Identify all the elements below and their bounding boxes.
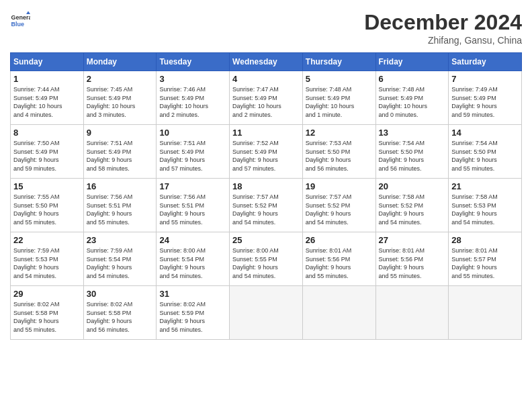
page-header: General Blue December 2024 Zhifang, Gans… — [10, 10, 522, 46]
calendar-cell: 4Sunrise: 7:47 AM Sunset: 5:49 PM Daylig… — [230, 71, 303, 125]
calendar-cell: 23Sunrise: 7:59 AM Sunset: 5:54 PM Dayli… — [83, 232, 157, 286]
day-info: Sunrise: 7:59 AM Sunset: 5:54 PM Dayligh… — [87, 246, 154, 280]
day-info: Sunrise: 7:50 AM Sunset: 5:49 PM Dayligh… — [13, 139, 81, 173]
day-info: Sunrise: 7:59 AM Sunset: 5:53 PM Dayligh… — [13, 246, 81, 280]
calendar-cell: 6Sunrise: 7:48 AM Sunset: 5:49 PM Daylig… — [375, 71, 449, 125]
calendar-cell — [230, 286, 303, 340]
weekday-header-row: SundayMondayTuesdayWednesdayThursdayFrid… — [11, 53, 522, 71]
day-number: 26 — [306, 235, 373, 245]
day-number: 30 — [87, 289, 154, 299]
logo-icon: General Blue — [10, 10, 30, 30]
logo: General Blue — [10, 10, 30, 30]
day-number: 8 — [13, 128, 81, 138]
day-number: 1 — [13, 74, 81, 84]
calendar-cell: 22Sunrise: 7:59 AM Sunset: 5:53 PM Dayli… — [11, 232, 84, 286]
month-title: December 2024 — [364, 10, 522, 35]
day-number: 17 — [159, 181, 226, 191]
day-info: Sunrise: 7:56 AM Sunset: 5:51 PM Dayligh… — [87, 193, 154, 226]
calendar-cell: 30Sunrise: 8:02 AM Sunset: 5:58 PM Dayli… — [83, 286, 157, 340]
day-number: 13 — [379, 128, 446, 138]
day-number: 6 — [379, 74, 446, 84]
day-number: 24 — [159, 235, 226, 245]
day-info: Sunrise: 7:44 AM Sunset: 5:49 PM Dayligh… — [13, 85, 81, 119]
day-info: Sunrise: 8:01 AM Sunset: 5:57 PM Dayligh… — [451, 246, 519, 280]
location: Zhifang, Gansu, China — [364, 35, 522, 46]
calendar-cell: 1Sunrise: 7:44 AM Sunset: 5:49 PM Daylig… — [11, 71, 84, 125]
week-row-3: 15Sunrise: 7:55 AM Sunset: 5:50 PM Dayli… — [11, 179, 522, 232]
day-info: Sunrise: 7:51 AM Sunset: 5:49 PM Dayligh… — [159, 139, 226, 173]
calendar-cell: 19Sunrise: 7:57 AM Sunset: 5:52 PM Dayli… — [302, 179, 375, 232]
day-number: 4 — [232, 74, 300, 84]
day-info: Sunrise: 7:48 AM Sunset: 5:49 PM Dayligh… — [306, 85, 373, 119]
day-number: 12 — [306, 128, 373, 138]
day-number: 2 — [87, 74, 154, 84]
day-info: Sunrise: 7:58 AM Sunset: 5:52 PM Dayligh… — [379, 193, 446, 226]
day-info: Sunrise: 7:52 AM Sunset: 5:49 PM Dayligh… — [232, 139, 300, 173]
day-number: 14 — [451, 128, 519, 138]
day-info: Sunrise: 8:02 AM Sunset: 5:58 PM Dayligh… — [87, 300, 154, 334]
calendar-cell: 12Sunrise: 7:53 AM Sunset: 5:50 PM Dayli… — [302, 125, 375, 179]
week-row-1: 1Sunrise: 7:44 AM Sunset: 5:49 PM Daylig… — [11, 71, 522, 125]
day-info: Sunrise: 8:01 AM Sunset: 5:56 PM Dayligh… — [306, 246, 373, 280]
calendar-cell: 20Sunrise: 7:58 AM Sunset: 5:52 PM Dayli… — [375, 179, 449, 232]
day-info: Sunrise: 7:51 AM Sunset: 5:49 PM Dayligh… — [87, 139, 154, 173]
day-info: Sunrise: 7:53 AM Sunset: 5:50 PM Dayligh… — [306, 139, 373, 173]
day-info: Sunrise: 8:01 AM Sunset: 5:56 PM Dayligh… — [379, 246, 446, 280]
calendar-cell: 31Sunrise: 8:02 AM Sunset: 5:59 PM Dayli… — [157, 286, 230, 340]
calendar-cell: 3Sunrise: 7:46 AM Sunset: 5:49 PM Daylig… — [157, 71, 230, 125]
calendar-cell — [375, 286, 449, 340]
week-row-5: 29Sunrise: 8:02 AM Sunset: 5:58 PM Dayli… — [11, 286, 522, 340]
week-row-4: 22Sunrise: 7:59 AM Sunset: 5:53 PM Dayli… — [11, 232, 522, 286]
calendar-cell: 29Sunrise: 8:02 AM Sunset: 5:58 PM Dayli… — [11, 286, 84, 340]
day-info: Sunrise: 7:54 AM Sunset: 5:50 PM Dayligh… — [451, 139, 519, 173]
svg-marker-2 — [26, 11, 30, 15]
calendar-cell: 25Sunrise: 8:00 AM Sunset: 5:55 PM Dayli… — [230, 232, 303, 286]
calendar-cell: 28Sunrise: 8:01 AM Sunset: 5:57 PM Dayli… — [449, 232, 522, 286]
calendar-cell: 17Sunrise: 7:56 AM Sunset: 5:51 PM Dayli… — [157, 179, 230, 232]
calendar-cell: 2Sunrise: 7:45 AM Sunset: 5:49 PM Daylig… — [83, 71, 157, 125]
calendar-cell: 18Sunrise: 7:57 AM Sunset: 5:52 PM Dayli… — [230, 179, 303, 232]
day-number: 10 — [159, 128, 226, 138]
calendar-cell — [449, 286, 522, 340]
day-number: 15 — [13, 181, 81, 191]
title-block: December 2024 Zhifang, Gansu, China — [364, 10, 522, 46]
day-info: Sunrise: 7:46 AM Sunset: 5:49 PM Dayligh… — [159, 85, 226, 119]
day-number: 20 — [379, 181, 446, 191]
day-number: 3 — [159, 74, 226, 84]
weekday-header-wednesday: Wednesday — [230, 53, 303, 71]
weekday-header-monday: Monday — [83, 53, 157, 71]
week-row-2: 8Sunrise: 7:50 AM Sunset: 5:49 PM Daylig… — [11, 125, 522, 179]
day-info: Sunrise: 8:00 AM Sunset: 5:54 PM Dayligh… — [159, 246, 226, 280]
day-info: Sunrise: 8:00 AM Sunset: 5:55 PM Dayligh… — [232, 246, 300, 280]
day-number: 11 — [232, 128, 300, 138]
day-info: Sunrise: 7:45 AM Sunset: 5:49 PM Dayligh… — [87, 85, 154, 119]
calendar-cell: 24Sunrise: 8:00 AM Sunset: 5:54 PM Dayli… — [157, 232, 230, 286]
calendar-cell: 15Sunrise: 7:55 AM Sunset: 5:50 PM Dayli… — [11, 179, 84, 232]
day-number: 16 — [87, 181, 154, 191]
weekday-header-friday: Friday — [375, 53, 449, 71]
calendar-cell: 7Sunrise: 7:49 AM Sunset: 5:49 PM Daylig… — [449, 71, 522, 125]
calendar-cell: 21Sunrise: 7:58 AM Sunset: 5:53 PM Dayli… — [449, 179, 522, 232]
weekday-header-saturday: Saturday — [449, 53, 522, 71]
calendar-cell: 13Sunrise: 7:54 AM Sunset: 5:50 PM Dayli… — [375, 125, 449, 179]
day-number: 23 — [87, 235, 154, 245]
calendar-cell: 11Sunrise: 7:52 AM Sunset: 5:49 PM Dayli… — [230, 125, 303, 179]
day-number: 29 — [13, 289, 81, 299]
calendar-cell: 26Sunrise: 8:01 AM Sunset: 5:56 PM Dayli… — [302, 232, 375, 286]
day-info: Sunrise: 7:57 AM Sunset: 5:52 PM Dayligh… — [232, 193, 300, 226]
day-number: 5 — [306, 74, 373, 84]
day-number: 18 — [232, 181, 300, 191]
svg-text:Blue: Blue — [11, 21, 25, 28]
calendar-cell: 16Sunrise: 7:56 AM Sunset: 5:51 PM Dayli… — [83, 179, 157, 232]
weekday-header-tuesday: Tuesday — [157, 53, 230, 71]
day-info: Sunrise: 7:49 AM Sunset: 5:49 PM Dayligh… — [451, 85, 519, 119]
calendar-table: SundayMondayTuesdayWednesdayThursdayFrid… — [10, 52, 522, 340]
day-info: Sunrise: 7:47 AM Sunset: 5:49 PM Dayligh… — [232, 85, 300, 119]
day-number: 31 — [159, 289, 226, 299]
day-info: Sunrise: 7:55 AM Sunset: 5:50 PM Dayligh… — [13, 193, 81, 226]
day-number: 28 — [451, 235, 519, 245]
calendar-cell: 8Sunrise: 7:50 AM Sunset: 5:49 PM Daylig… — [11, 125, 84, 179]
day-info: Sunrise: 8:02 AM Sunset: 5:59 PM Dayligh… — [159, 300, 226, 334]
calendar-cell: 10Sunrise: 7:51 AM Sunset: 5:49 PM Dayli… — [157, 125, 230, 179]
day-info: Sunrise: 7:57 AM Sunset: 5:52 PM Dayligh… — [306, 193, 373, 226]
